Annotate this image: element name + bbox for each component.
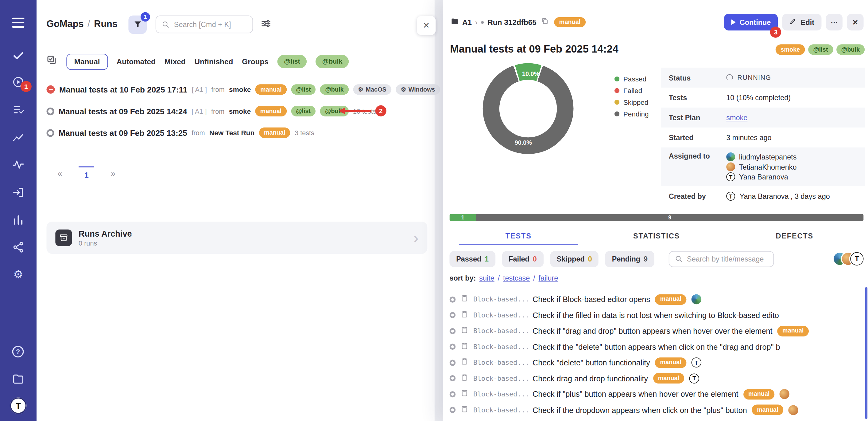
breadcrumb-page: Runs [94, 19, 118, 29]
tab-manual[interactable]: Manual [66, 54, 107, 69]
avatar [726, 152, 735, 161]
avatar [691, 294, 701, 304]
breadcrumb-suite[interactable]: A1 [462, 18, 472, 26]
hamburger-menu-icon[interactable] [12, 17, 25, 29]
test-plan-link[interactable]: smoke [726, 113, 747, 122]
tab-automated[interactable]: Automated [117, 57, 156, 66]
avatar: T [850, 252, 863, 265]
tag-manual: manual [554, 17, 586, 27]
scrollbar-thumb[interactable] [865, 287, 867, 419]
view-settings-sliders-icon[interactable] [261, 18, 271, 31]
chip-pending[interactable]: Pending9 [605, 251, 654, 267]
status-dot [481, 21, 484, 24]
legend-dot-skipped [615, 100, 619, 105]
tab-unfinished[interactable]: Unfinished [195, 57, 233, 66]
chip-failed[interactable]: Failed0 [502, 251, 543, 267]
tab-tests[interactable]: TESTS [450, 226, 587, 245]
pagination-prev[interactable]: « [58, 168, 62, 178]
test-row[interactable]: Block-based... Check drag and drop funct… [450, 371, 865, 386]
run-title: Manual tests at 09 Feb 2025 13:25 [59, 129, 187, 137]
chip-skipped[interactable]: Skipped0 [550, 251, 598, 267]
search-icon [162, 21, 169, 28]
annotation-marker-2: 2 [375, 105, 386, 116]
run-status-pending-icon [46, 129, 54, 136]
test-row[interactable]: Block-based... Check "delete" button fun… [450, 355, 865, 370]
search-icon [675, 255, 682, 263]
chevron-right-icon: › [475, 18, 477, 26]
edit-button[interactable]: Edit [782, 14, 822, 30]
avatar [726, 162, 735, 171]
tag-filter-bulk[interactable]: @bulk [315, 55, 349, 68]
sort-by-suite[interactable]: suite [479, 274, 494, 282]
runs-search-input[interactable] [174, 20, 247, 29]
clipboard-icon [461, 294, 468, 304]
progress-pending-segment: 9 [476, 214, 864, 221]
tag-manual: manual [743, 389, 775, 399]
pagination-next[interactable]: » [111, 168, 115, 178]
more-button[interactable]: ⋯ [826, 14, 842, 30]
check-icon[interactable] [12, 50, 25, 62]
tab-mixed[interactable]: Mixed [164, 57, 186, 66]
run-row[interactable]: Manual tests at 09 Feb 2025 14:24 [ A1 ]… [46, 100, 429, 122]
runs-search[interactable] [156, 16, 253, 33]
pagination: « 1 » [58, 166, 115, 179]
continue-button[interactable]: Continue 3 [724, 14, 778, 30]
activity-pulse-icon[interactable] [12, 159, 25, 171]
gear-icon: ⚙ [401, 86, 406, 93]
tag-bulk: @bulk [836, 44, 865, 55]
trend-chart-icon[interactable] [12, 131, 25, 143]
tests-search[interactable] [669, 251, 774, 267]
bulk-select-icon[interactable] [46, 55, 57, 68]
run-status-pending-icon [46, 107, 54, 115]
test-row[interactable]: Block-based... Check if Block-based edit… [450, 291, 865, 307]
help-icon[interactable]: ? [12, 346, 25, 358]
run-status-failed-icon [46, 85, 55, 94]
legend-dot-pending [615, 112, 619, 116]
test-row[interactable]: Block-based... Check if the "delete" but… [450, 339, 865, 355]
tab-groups[interactable]: Groups [242, 57, 269, 66]
breadcrumb-project[interactable]: GoMaps [46, 19, 84, 29]
run-from-label: from [211, 86, 224, 93]
tab-statistics[interactable]: STATISTICS [587, 226, 725, 245]
tag-smoke: smoke [776, 44, 805, 55]
annotation-marker-1: 1 [21, 81, 32, 92]
list-check-icon[interactable] [12, 104, 25, 116]
tag-manual: manual [752, 405, 783, 415]
test-row[interactable]: Block-based... [450, 418, 865, 421]
run-row[interactable]: Manual tests at 09 Feb 2025 13:25 from N… [46, 122, 429, 143]
suite-label: Block-based... [473, 327, 528, 335]
chip-passed[interactable]: Passed1 [450, 251, 495, 267]
user-avatar[interactable]: T [10, 397, 26, 414]
run-row[interactable]: Manual tests at 10 Feb 2025 17:11 [ A1 ]… [46, 79, 429, 100]
pagination-page-1[interactable]: 1 [79, 166, 94, 179]
tag-manual: manual [655, 294, 686, 305]
settings-gear-icon[interactable]: ⚙ [12, 268, 25, 281]
runs-archive-card[interactable]: Runs Archive 0 runs › [46, 222, 427, 254]
bar-chart-icon[interactable] [12, 214, 25, 226]
filter-button[interactable]: 1 [129, 16, 147, 34]
tests-search-input[interactable] [687, 255, 768, 263]
test-row[interactable]: Block-based... Check if "plus" button ap… [450, 386, 865, 402]
tag-os-macos: ⚙MacOS [353, 84, 391, 95]
integrations-branch-icon[interactable] [12, 241, 25, 254]
copy-icon[interactable] [541, 17, 549, 27]
test-row[interactable]: Block-based... Check if the filled in da… [450, 307, 865, 323]
sort-by-testcase[interactable]: testcase [503, 274, 530, 282]
close-run-button[interactable]: ✕ [847, 14, 863, 30]
tag-filter-list[interactable]: @list [277, 55, 307, 68]
play-icon [732, 19, 736, 25]
tab-defects[interactable]: DEFECTS [725, 226, 864, 245]
chevron-right-icon: › [414, 229, 418, 247]
assignee-filter-avatars[interactable]: T [834, 252, 863, 265]
panel-close-button[interactable]: ✕ [417, 16, 436, 35]
sort-by-failure[interactable]: failure [539, 274, 558, 282]
archive-title: Runs Archive [79, 229, 132, 238]
legend-skipped: Skipped [615, 96, 649, 108]
test-row[interactable]: Block-based... Check if "drag and drop" … [450, 323, 865, 339]
run-progress-bar: 1 9 [450, 214, 863, 221]
info-row-tests: Tests 10 (10% completed) [661, 88, 865, 108]
test-row[interactable]: Block-based... Check if the dropdown app… [450, 402, 865, 418]
folder-icon[interactable] [12, 373, 25, 385]
breadcrumb: GoMaps/Runs [46, 19, 117, 30]
sign-in-icon[interactable] [12, 186, 25, 198]
